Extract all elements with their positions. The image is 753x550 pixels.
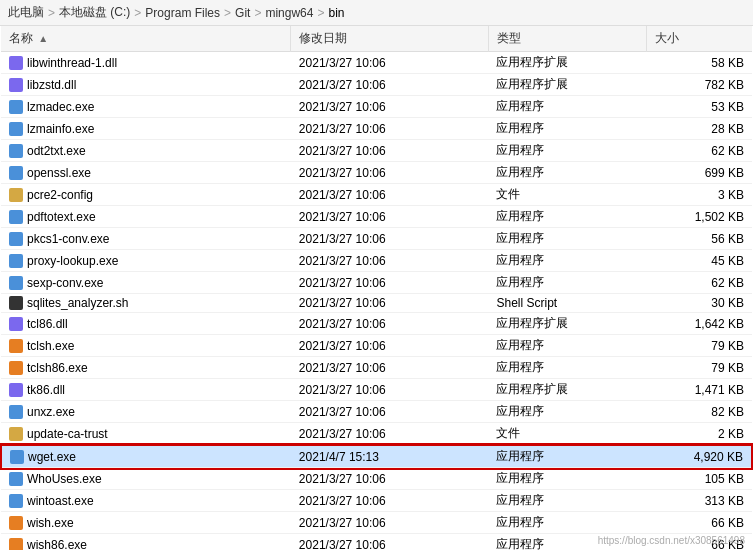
file-size-cell: 79 KB [647,357,752,379]
table-row[interactable]: wish86.exe2021/3/27 10:06应用程序66 KB [1,534,752,551]
file-date-cell: 2021/3/27 10:06 [291,490,489,512]
col-header-size[interactable]: 大小 [647,26,752,52]
table-row[interactable]: tcl86.dll2021/3/27 10:06应用程序扩展1,642 KB [1,313,752,335]
file-size-cell: 782 KB [647,74,752,96]
file-date-cell: 2021/3/27 10:06 [291,294,489,313]
file-type-cell: 应用程序 [488,335,646,357]
table-row[interactable]: odt2txt.exe2021/3/27 10:06应用程序62 KB [1,140,752,162]
file-icon-exe [9,472,23,486]
file-date-cell: 2021/3/27 10:06 [291,468,489,490]
breadcrumb-programfiles[interactable]: Program Files [145,6,220,20]
file-type-cell: 应用程序 [488,96,646,118]
table-row[interactable]: wget.exe2021/4/7 15:13应用程序4,920 KB [1,445,752,468]
col-header-name[interactable]: 名称 ▲ [1,26,291,52]
table-row[interactable]: tclsh86.exe2021/3/27 10:06应用程序79 KB [1,357,752,379]
file-name-cell: lzmadec.exe [1,96,291,118]
file-name-cell: libzstd.dll [1,74,291,96]
file-date-cell: 2021/3/27 10:06 [291,228,489,250]
file-size-cell: 62 KB [647,272,752,294]
file-size-cell: 53 KB [647,96,752,118]
table-row[interactable]: unxz.exe2021/3/27 10:06应用程序82 KB [1,401,752,423]
file-date-cell: 2021/3/27 10:06 [291,118,489,140]
file-type-cell: 应用程序扩展 [488,74,646,96]
file-type-cell: 应用程序 [488,357,646,379]
file-date-cell: 2021/3/27 10:06 [291,74,489,96]
table-row[interactable]: tk86.dll2021/3/27 10:06应用程序扩展1,471 KB [1,379,752,401]
file-icon-exe [9,210,23,224]
table-row[interactable]: WhoUses.exe2021/3/27 10:06应用程序105 KB [1,468,752,490]
file-date-cell: 2021/3/27 10:06 [291,250,489,272]
file-name-cell: libwinthread-1.dll [1,52,291,74]
file-type-cell: 应用程序 [488,162,646,184]
file-icon-exe [9,254,23,268]
file-size-cell: 28 KB [647,118,752,140]
table-row[interactable]: libwinthread-1.dll2021/3/27 10:06应用程序扩展5… [1,52,752,74]
table-row[interactable]: pdftotext.exe2021/3/27 10:06应用程序1,502 KB [1,206,752,228]
col-header-type[interactable]: 类型 [488,26,646,52]
file-type-cell: 应用程序 [488,468,646,490]
table-row[interactable]: tclsh.exe2021/3/27 10:06应用程序79 KB [1,335,752,357]
file-type-cell: 应用程序 [488,206,646,228]
table-row[interactable]: openssl.exe2021/3/27 10:06应用程序699 KB [1,162,752,184]
table-row[interactable]: lzmadec.exe2021/3/27 10:06应用程序53 KB [1,96,752,118]
table-row[interactable]: proxy-lookup.exe2021/3/27 10:06应用程序45 KB [1,250,752,272]
file-name-cell: openssl.exe [1,162,291,184]
col-header-date[interactable]: 修改日期 [291,26,489,52]
table-row[interactable]: libzstd.dll2021/3/27 10:06应用程序扩展782 KB [1,74,752,96]
file-name-cell: wget.exe [1,445,291,468]
file-size-cell: 45 KB [647,250,752,272]
breadcrumb-bin[interactable]: bin [328,6,344,20]
file-date-cell: 2021/3/27 10:06 [291,379,489,401]
file-icon-special [9,538,23,551]
file-type-cell: 应用程序 [488,512,646,534]
file-name-cell: odt2txt.exe [1,140,291,162]
file-name-cell: proxy-lookup.exe [1,250,291,272]
file-type-cell: 应用程序 [488,250,646,272]
file-list-container[interactable]: 名称 ▲ 修改日期 类型 大小 libwinthread-1.dll2021/3… [0,26,753,550]
breadcrumb-mingw64[interactable]: mingw64 [265,6,313,20]
table-row[interactable]: update-ca-trust2021/3/27 10:06文件2 KB [1,423,752,446]
file-date-cell: 2021/3/27 10:06 [291,272,489,294]
file-date-cell: 2021/3/27 10:06 [291,140,489,162]
file-icon-exe [9,232,23,246]
file-size-cell: 4,920 KB [647,445,752,468]
file-date-cell: 2021/3/27 10:06 [291,512,489,534]
file-size-cell: 79 KB [647,335,752,357]
file-date-cell: 2021/3/27 10:06 [291,534,489,551]
file-type-cell: 应用程序 [488,445,646,468]
file-date-cell: 2021/3/27 10:06 [291,162,489,184]
table-row[interactable]: lzmainfo.exe2021/3/27 10:06应用程序28 KB [1,118,752,140]
file-icon-dll [9,56,23,70]
breadcrumb[interactable]: 此电脑 > 本地磁盘 (C:) > Program Files > Git > … [0,0,753,26]
file-size-cell: 62 KB [647,140,752,162]
breadcrumb-git[interactable]: Git [235,6,250,20]
file-type-cell: 应用程序 [488,401,646,423]
table-header-row: 名称 ▲ 修改日期 类型 大小 [1,26,752,52]
table-row[interactable]: wintoast.exe2021/3/27 10:06应用程序313 KB [1,490,752,512]
file-type-cell: 文件 [488,423,646,446]
file-type-cell: 应用程序 [488,272,646,294]
breadcrumb-computer[interactable]: 此电脑 [8,4,44,21]
file-type-cell: 应用程序 [488,490,646,512]
file-icon-exe [9,405,23,419]
file-type-cell: 应用程序 [488,228,646,250]
file-icon-file [9,188,23,202]
table-row[interactable]: sexp-conv.exe2021/3/27 10:06应用程序62 KB [1,272,752,294]
table-row[interactable]: sqlites_analyzer.sh2021/3/27 10:06Shell … [1,294,752,313]
file-icon-dll [9,317,23,331]
file-date-cell: 2021/3/27 10:06 [291,206,489,228]
file-icon-dll [9,383,23,397]
file-type-cell: 应用程序扩展 [488,313,646,335]
file-name-cell: lzmainfo.exe [1,118,291,140]
file-size-cell: 3 KB [647,184,752,206]
file-date-cell: 2021/3/27 10:06 [291,401,489,423]
breadcrumb-drive[interactable]: 本地磁盘 (C:) [59,4,130,21]
table-row[interactable]: wish.exe2021/3/27 10:06应用程序66 KB [1,512,752,534]
table-row[interactable]: pkcs1-conv.exe2021/3/27 10:06应用程序56 KB [1,228,752,250]
file-size-cell: 2 KB [647,423,752,446]
table-row[interactable]: pcre2-config2021/3/27 10:06文件3 KB [1,184,752,206]
file-size-cell: 58 KB [647,52,752,74]
file-type-cell: 应用程序 [488,534,646,551]
file-name-cell: wish86.exe [1,534,291,551]
file-size-cell: 30 KB [647,294,752,313]
